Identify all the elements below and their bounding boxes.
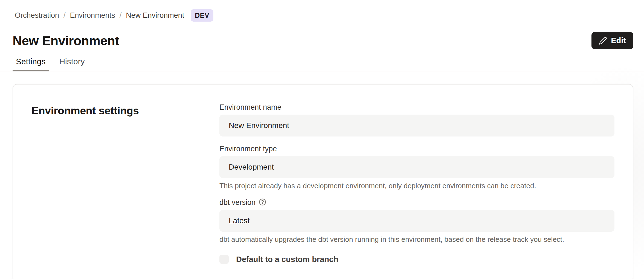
tab-settings-label: Settings xyxy=(16,57,45,66)
environment-name-field: Environment name New Environment xyxy=(219,103,614,136)
breadcrumb-environments[interactable]: Environments xyxy=(70,11,115,20)
card-heading-column: Environment settings xyxy=(13,103,219,264)
page-title: New Environment xyxy=(13,33,119,48)
tab-bar: Settings History xyxy=(0,57,644,71)
breadcrumb-separator: / xyxy=(120,11,122,20)
dbt-version-input[interactable]: Latest xyxy=(219,210,614,232)
environment-name-input[interactable]: New Environment xyxy=(219,115,614,136)
custom-branch-label: Default to a custom branch xyxy=(236,255,338,264)
environment-type-label: Environment type xyxy=(219,145,277,153)
breadcrumb-separator: / xyxy=(63,11,66,20)
pencil-icon xyxy=(599,37,607,45)
dev-environment-badge: DEV xyxy=(191,9,213,22)
environment-settings-form: Environment name New Environment Environ… xyxy=(219,103,614,264)
environment-type-field: Environment type Development This projec… xyxy=(219,145,614,190)
breadcrumb-current-page: New Environment xyxy=(126,11,184,20)
tab-settings[interactable]: Settings xyxy=(13,57,49,71)
page-header: New Environment Edit xyxy=(13,32,633,49)
tab-history[interactable]: History xyxy=(56,57,88,71)
breadcrumb: Orchestration / Environments / New Envir… xyxy=(15,9,644,22)
environment-type-helper-text: This project already has a development e… xyxy=(219,182,614,190)
tab-history-label: History xyxy=(59,57,85,66)
dbt-version-field: dbt version Latest dbt automatically upg… xyxy=(219,198,614,244)
custom-branch-row: Default to a custom branch xyxy=(219,255,614,264)
dbt-version-helper-text: dbt automatically upgrades the dbt versi… xyxy=(219,235,614,244)
breadcrumb-orchestration[interactable]: Orchestration xyxy=(15,11,59,20)
custom-branch-checkbox[interactable] xyxy=(219,255,229,264)
environment-name-label: Environment name xyxy=(219,103,282,112)
edit-button[interactable]: Edit xyxy=(591,32,633,49)
dbt-version-label: dbt version xyxy=(219,198,256,207)
environment-type-input[interactable]: Development xyxy=(219,156,614,178)
card-heading: Environment settings xyxy=(31,105,219,117)
edit-button-label: Edit xyxy=(611,36,626,45)
help-circle-icon[interactable] xyxy=(259,198,266,207)
environment-settings-card: Environment settings Environment name Ne… xyxy=(13,84,633,279)
